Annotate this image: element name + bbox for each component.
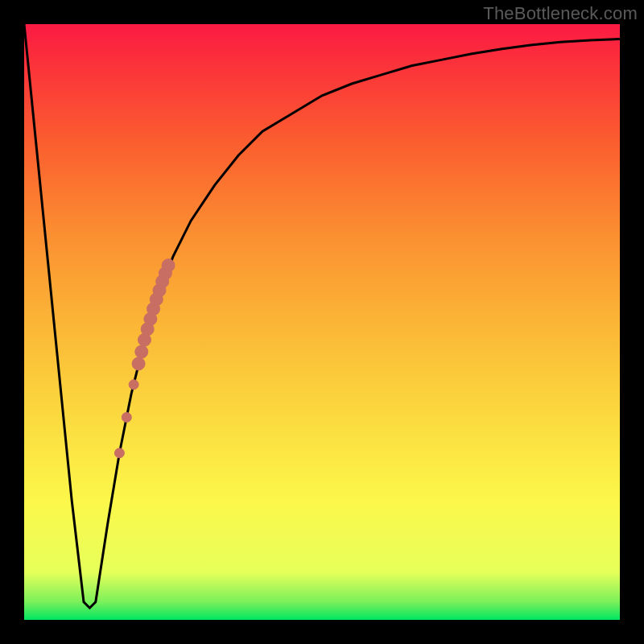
data-marker <box>129 380 138 390</box>
chart-plot-area <box>24 24 620 620</box>
chart-frame: TheBottleneck.com <box>0 0 644 644</box>
bottleneck-curve-path <box>24 24 620 608</box>
data-marker <box>114 448 124 458</box>
watermark-text: TheBottleneck.com <box>483 3 638 24</box>
data-marker <box>135 345 148 358</box>
data-marker <box>132 357 145 370</box>
data-marker <box>162 259 175 272</box>
chart-svg <box>24 24 620 620</box>
data-marker <box>122 412 131 422</box>
